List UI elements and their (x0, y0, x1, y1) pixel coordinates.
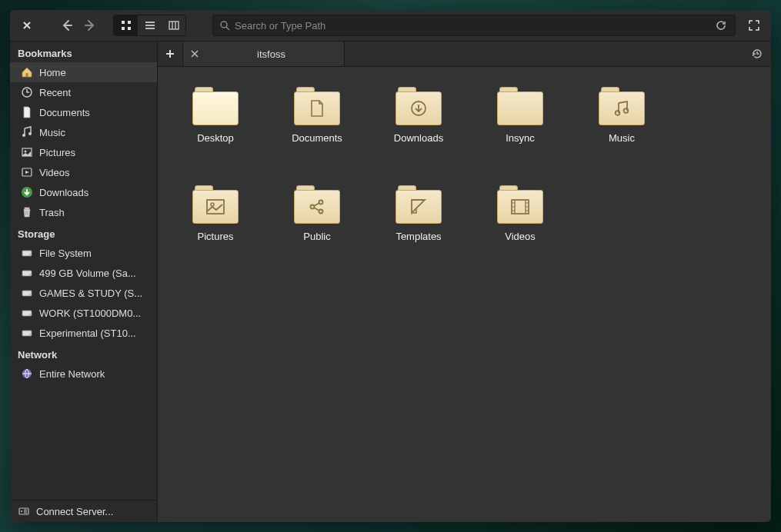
folder-label: Desktop (192, 131, 239, 145)
sidebar-item-home[interactable]: Home (10, 62, 157, 82)
connect-server-button[interactable]: Connect Server... (10, 500, 157, 522)
disk-icon (21, 327, 33, 339)
tab-bar: itsfoss (158, 42, 771, 67)
folder-label: Insync (501, 131, 539, 145)
svg-rect-2 (122, 27, 125, 30)
sidebar-item-downloads[interactable]: Downloads (10, 182, 157, 202)
toolbar (10, 10, 771, 42)
nav-group (56, 15, 101, 36)
column-view-button[interactable] (162, 15, 185, 35)
disk-icon (21, 307, 33, 319)
folder-icon (294, 185, 340, 224)
network-icon (21, 367, 33, 380)
folder-label: Videos (500, 230, 540, 243)
search-icon (219, 20, 230, 31)
sidebar-item-file-system[interactable]: File System (10, 243, 157, 263)
search-bar[interactable] (212, 15, 736, 36)
connect-server-label: Connect Server... (36, 506, 113, 517)
sidebar-section-header: Storage (10, 222, 157, 243)
svg-point-24 (29, 334, 31, 335)
sidebar-item-games-study-s[interactable]: GAMES & STUDY (S... (10, 283, 157, 303)
sidebar-item-recent[interactable]: Recent (10, 82, 157, 102)
history-button[interactable] (743, 42, 771, 66)
folder-documents[interactable]: Documents (267, 84, 367, 176)
svg-point-16 (29, 254, 31, 255)
list-view-button[interactable] (138, 15, 162, 35)
folder-videos[interactable]: Videos (470, 182, 570, 274)
svg-point-18 (29, 274, 31, 275)
sidebar-item-pictures[interactable]: Pictures (10, 142, 157, 162)
tab-close-icon[interactable] (191, 50, 199, 58)
folder-label: Templates (391, 230, 446, 243)
folder-label: Music (604, 131, 639, 145)
home-icon (21, 66, 33, 78)
folder-icon (294, 87, 340, 125)
disk-icon (21, 267, 33, 279)
recent-icon (21, 86, 33, 98)
svg-point-20 (29, 294, 31, 295)
back-button[interactable] (56, 15, 78, 36)
view-mode-group (113, 15, 186, 36)
sidebar-item-label: Documents (39, 107, 90, 118)
sidebar-item-label: 499 GB Volume (Sa... (39, 268, 136, 279)
sidebar-item-documents[interactable]: Documents (10, 102, 157, 122)
folder-downloads[interactable]: Downloads (369, 84, 469, 176)
sidebar-item-label: Experimental (ST10... (39, 328, 136, 339)
sidebar-item-label: Downloads (39, 187, 88, 198)
sidebar-item-label: Pictures (39, 147, 75, 158)
sidebar-item-label: Videos (39, 167, 70, 178)
sidebar-item-music[interactable]: Music (10, 122, 157, 142)
folder-templates[interactable]: Templates (369, 182, 469, 274)
folder-icon (396, 87, 442, 125)
close-button[interactable] (16, 15, 38, 36)
disk-icon (21, 247, 33, 259)
tab-title: itsfoss (206, 48, 336, 60)
sidebar-item-label: File System (39, 248, 92, 259)
svg-rect-1 (128, 21, 131, 24)
sidebar-item-experimental-st10[interactable]: Experimental (ST10... (10, 323, 157, 343)
sidebar-item-label: Music (39, 127, 65, 138)
folder-music[interactable]: Music (572, 84, 672, 176)
icon-view-button[interactable] (114, 15, 138, 35)
sidebar-item-label: Entire Network (39, 368, 105, 380)
svg-point-22 (29, 314, 31, 315)
folder-grid[interactable]: DesktopDocumentsDownloadsInsyncMusicPict… (158, 67, 771, 522)
folder-public[interactable]: Public (267, 182, 367, 274)
folder-label: Public (299, 230, 335, 243)
toolbar-right (743, 15, 765, 36)
sidebar-item-trash[interactable]: Trash (10, 202, 157, 222)
sidebar-item-label: Recent (39, 87, 71, 98)
folder-insync[interactable]: Insync (470, 84, 570, 176)
folder-icon (192, 185, 239, 224)
forward-button[interactable] (79, 15, 101, 36)
sidebar-item-499-gb-volume-sa[interactable]: 499 GB Volume (Sa... (10, 263, 157, 283)
search-input[interactable] (235, 20, 709, 32)
svg-rect-31 (207, 200, 224, 214)
fullscreen-button[interactable] (743, 15, 765, 36)
folder-icon (396, 185, 442, 224)
sidebar-spacer (10, 384, 157, 500)
refresh-button[interactable] (713, 18, 729, 33)
body: BookmarksHomeRecentDocumentsMusicPicture… (10, 42, 771, 522)
videos-icon (21, 166, 33, 178)
file-manager-window: BookmarksHomeRecentDocumentsMusicPicture… (10, 10, 771, 522)
sidebar-item-videos[interactable]: Videos (10, 162, 157, 182)
new-tab-button[interactable] (158, 42, 183, 66)
sidebar-item-work-st1000dm0[interactable]: WORK (ST1000DM0... (10, 303, 157, 323)
folder-label: Pictures (193, 230, 239, 243)
tab-itsfoss[interactable]: itsfoss (183, 42, 345, 66)
folder-icon (599, 87, 645, 125)
svg-point-5 (221, 22, 227, 28)
trash-icon (21, 206, 33, 218)
folder-label: Downloads (389, 131, 448, 145)
svg-rect-14 (25, 208, 29, 209)
sidebar-section-header: Bookmarks (10, 42, 157, 62)
downloads-icon (21, 186, 33, 198)
sidebar-item-entire-network[interactable]: Entire Network (10, 364, 157, 384)
folder-pictures[interactable]: Pictures (165, 182, 265, 274)
folder-desktop[interactable]: Desktop (165, 84, 265, 176)
svg-point-9 (28, 132, 32, 135)
documents-icon (21, 106, 33, 118)
tabbar-spacer (345, 42, 743, 66)
svg-rect-0 (122, 21, 125, 24)
